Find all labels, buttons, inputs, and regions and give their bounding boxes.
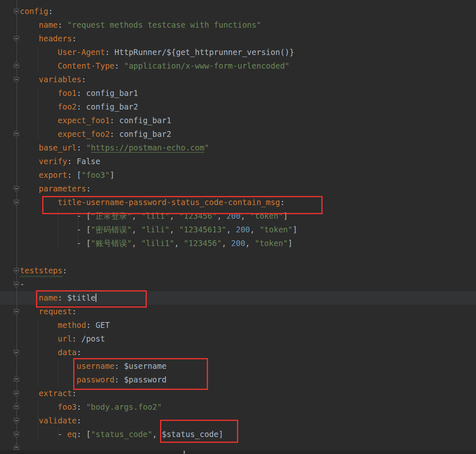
- code-token: "token": [250, 211, 283, 220]
- code-token: "lili": [141, 211, 170, 220]
- code-token: "token": [259, 225, 292, 234]
- code-line[interactable]: url: /post: [20, 332, 476, 346]
- code-line[interactable]: [20, 250, 476, 264]
- code-token: ]: [293, 225, 297, 234]
- code-token: :: [77, 402, 86, 411]
- code-line[interactable]: username: $username: [20, 359, 476, 373]
- code-line[interactable]: - ["账号错误", "lili1", "123456", 200, "toke…: [20, 237, 476, 250]
- fold-collapse-icon[interactable]: [13, 8, 19, 15]
- code-line[interactable]: request:: [20, 305, 476, 318]
- code-token: "123456": [179, 211, 217, 220]
- code-token: data: [58, 348, 77, 357]
- code-token: :: [77, 143, 86, 152]
- fold-collapse-icon[interactable]: [13, 417, 19, 424]
- code-line[interactable]: Content-Type: "application/x-www-form-ur…: [20, 59, 476, 73]
- fold-collapse-icon[interactable]: [13, 308, 19, 315]
- code-line[interactable]: export: ["foo3"]: [20, 168, 476, 182]
- fold-region-end-icon[interactable]: [13, 61, 19, 68]
- fold-region-end-icon[interactable]: [13, 375, 19, 382]
- code-line[interactable]: name: "request methods testcase with fun…: [20, 18, 476, 32]
- code-token: ,: [132, 225, 141, 234]
- code-token: ,: [170, 225, 179, 234]
- fold-collapse-icon[interactable]: [13, 35, 19, 42]
- code-line[interactable]: config:: [20, 5, 476, 18]
- code-token: 200: [231, 239, 245, 248]
- code-line[interactable]: teststeps:: [20, 264, 476, 277]
- code-line[interactable]: - ["密码错误", "lili", "12345613", 200, "tok…: [20, 223, 476, 237]
- code-line[interactable]: foo2: config_bar2: [20, 100, 476, 114]
- code-token: ,: [226, 225, 236, 234]
- code-line[interactable]: verify: False: [20, 155, 476, 168]
- code-token: : HttpRunner/${get_httprunner_version()}: [105, 48, 294, 57]
- bottom-panel-edge: [0, 450, 476, 454]
- code-token: :: [72, 34, 77, 43]
- code-line[interactable]: foo3: "body.args.foo2": [20, 400, 476, 414]
- code-line[interactable]: data:: [20, 346, 476, 359]
- code-token: method: [58, 320, 86, 330]
- code-token: :: [72, 307, 77, 316]
- fold-collapse-icon[interactable]: [13, 76, 19, 83]
- code-token: password: [77, 375, 115, 384]
- code-line[interactable]: - ["正常登录", "lili", "123456", 200, "token…: [20, 209, 476, 223]
- code-token: "123456": [184, 239, 222, 248]
- code-token: validate: [39, 416, 77, 425]
- fold-collapse-icon[interactable]: [13, 185, 19, 192]
- code-line[interactable]: variables:: [20, 73, 476, 86]
- code-token: "request methods testcase with functions…: [67, 20, 261, 29]
- fold-region-end-icon[interactable]: [13, 443, 19, 450]
- code-token: :: [81, 75, 86, 84]
- code-token: "密码错误": [91, 225, 132, 234]
- code-area[interactable]: config: name: "request methods testcase …: [20, 5, 476, 454]
- fold-region-end-icon[interactable]: [13, 402, 19, 409]
- code-token: ,: [241, 211, 250, 220]
- code-token: foo1: [58, 88, 77, 98]
- code-line[interactable]: - eq: ["status_code", $status_code]: [20, 428, 476, 441]
- code-token: "application/x-www-form-urlencoded": [124, 61, 289, 70]
- code-line[interactable]: method: GET: [20, 318, 476, 332]
- code-token: extract: [39, 389, 72, 398]
- code-token: : [: [77, 430, 91, 439]
- code-token: ,: [170, 211, 179, 220]
- yaml-editor[interactable]: config: name: "request methods testcase …: [0, 0, 476, 454]
- code-token: "foo3": [81, 170, 110, 179]
- code-line[interactable]: expect_foo2: config_bar2: [20, 127, 476, 141]
- code-token: :: [62, 266, 67, 275]
- code-token: title-username-password-status_code-cont…: [58, 198, 280, 207]
- code-line[interactable]: -: [20, 277, 476, 291]
- code-line[interactable]: validate:: [20, 414, 476, 428]
- code-line[interactable]: extract:: [20, 387, 476, 400]
- code-token: : False: [67, 157, 100, 166]
- code-token: , $status_code]: [152, 430, 223, 439]
- code-line[interactable]: name: $title: [20, 291, 476, 305]
- fold-collapse-icon[interactable]: [13, 281, 19, 288]
- fold-collapse-icon[interactable]: [13, 349, 19, 356]
- code-line[interactable]: base_url: "https://postman-echo.com": [20, 141, 476, 155]
- code-line[interactable]: parameters:: [20, 182, 476, 196]
- code-line[interactable]: expect_foo1: config_bar1: [20, 114, 476, 127]
- fold-collapse-icon[interactable]: [13, 267, 19, 274]
- code-token: ,: [245, 239, 255, 248]
- code-token: foo2: [58, 102, 77, 111]
- code-token: "12345613": [179, 225, 226, 234]
- code-token: parameters: [39, 184, 86, 193]
- code-token: username: [77, 361, 115, 370]
- fold-collapse-icon[interactable]: [13, 431, 19, 438]
- code-line[interactable]: User-Agent: HttpRunner/${get_httprunner_…: [20, 45, 476, 59]
- code-line[interactable]: title-username-password-status_code-cont…: [20, 196, 476, 209]
- code-token: User-Agent: [58, 48, 105, 57]
- code-token: : config_bar1: [110, 116, 171, 125]
- code-line[interactable]: password: $password: [20, 373, 476, 387]
- fold-collapse-icon[interactable]: [13, 390, 19, 397]
- code-token: ]: [283, 211, 288, 220]
- code-token: "lili": [141, 225, 170, 234]
- fold-collapse-icon[interactable]: [13, 199, 19, 206]
- code-line[interactable]: foo1: config_bar1: [20, 86, 476, 100]
- fold-region-end-icon[interactable]: [13, 129, 19, 136]
- code-token: : $title: [58, 293, 96, 302]
- code-token: expect_foo1: [58, 116, 110, 125]
- code-token: request: [39, 307, 72, 316]
- url-link[interactable]: https://postman-echo.com: [91, 143, 205, 152]
- code-line[interactable]: headers:: [20, 32, 476, 45]
- code-token: teststeps: [20, 266, 62, 275]
- code-token: name: [39, 293, 58, 302]
